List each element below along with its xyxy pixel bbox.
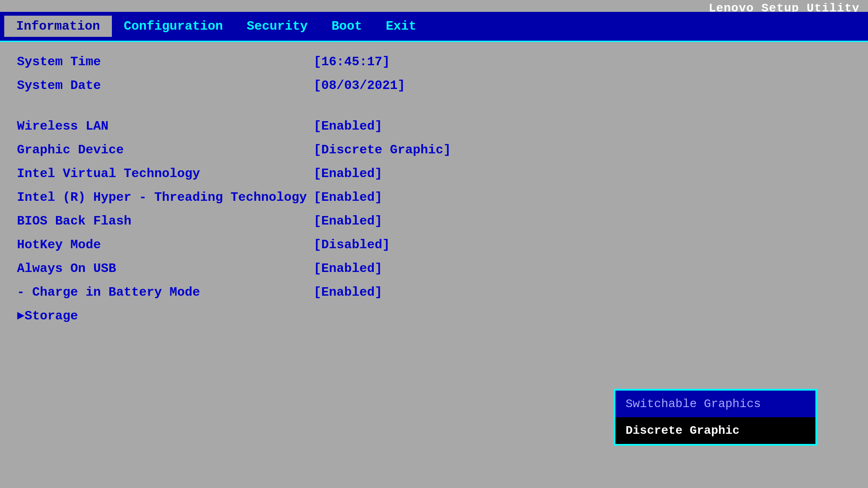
value-wireless-lan[interactable]: [Enabled] <box>314 119 382 133</box>
value-bios-back-flash[interactable]: [Enabled] <box>314 214 382 228</box>
label-hotkey-mode: HotKey Mode <box>17 238 314 252</box>
value-hotkey-mode[interactable]: [Disabled] <box>314 238 390 252</box>
spacer-1 <box>17 102 851 115</box>
setting-row-intel-vt: Intel Virtual Technology [Enabled] <box>17 166 851 186</box>
setting-row-always-on-usb: Always On USB [Enabled] <box>17 261 851 281</box>
setting-row-system-time: System Time [16:45:17] <box>17 55 851 74</box>
value-intel-ht[interactable]: [Enabled] <box>314 190 382 205</box>
setting-row-charge-battery: - Charge in Battery Mode [Enabled] <box>17 285 851 305</box>
nav-item-information[interactable]: Information <box>4 16 112 37</box>
nav-item-configuration[interactable]: Configuration <box>112 16 235 37</box>
setting-row-bios-back-flash: BIOS Back Flash [Enabled] <box>17 214 851 233</box>
settings-table: System Time [16:45:17] System Date [08/0… <box>17 55 851 328</box>
setting-row-system-date: System Date [08/03/2021] <box>17 78 851 98</box>
label-bios-back-flash: BIOS Back Flash <box>17 214 314 228</box>
label-system-time: System Time <box>17 55 314 69</box>
label-graphic-device: Graphic Device <box>17 143 314 157</box>
value-intel-vt[interactable]: [Enabled] <box>314 166 382 181</box>
nav-bar: Information Configuration Security Boot … <box>0 12 868 41</box>
nav-item-security[interactable]: Security <box>235 16 320 37</box>
setting-row-intel-ht: Intel (R) Hyper - Threading Technology [… <box>17 190 851 210</box>
value-graphic-device[interactable]: [Discrete Graphic] <box>314 143 451 157</box>
label-intel-vt: Intel Virtual Technology <box>17 166 314 181</box>
setting-row-hotkey-mode: HotKey Mode [Disabled] <box>17 238 851 257</box>
dropdown-option-discrete-graphic[interactable]: Discrete Graphic <box>615 417 815 444</box>
label-always-on-usb: Always On USB <box>17 261 314 276</box>
nav-item-exit[interactable]: Exit <box>374 16 428 37</box>
dropdown-option-switchable-graphics[interactable]: Switchable Graphics <box>615 391 815 417</box>
nav-item-boot[interactable]: Boot <box>320 16 374 37</box>
setting-row-storage[interactable]: ►Storage <box>17 309 851 328</box>
label-intel-ht: Intel (R) Hyper - Threading Technology <box>17 190 314 205</box>
value-system-date[interactable]: [08/03/2021] <box>314 78 405 93</box>
setting-row-wireless-lan: Wireless LAN [Enabled] <box>17 119 851 139</box>
label-wireless-lan: Wireless LAN <box>17 119 314 133</box>
label-charge-battery: - Charge in Battery Mode <box>17 285 314 299</box>
graphic-device-dropdown[interactable]: Switchable Graphics Discrete Graphic <box>614 389 817 446</box>
value-system-time[interactable]: [16:45:17] <box>314 55 390 69</box>
value-charge-battery[interactable]: [Enabled] <box>314 285 382 299</box>
value-always-on-usb[interactable]: [Enabled] <box>314 261 382 276</box>
label-storage[interactable]: ►Storage <box>17 309 314 323</box>
label-system-date: System Date <box>17 78 314 93</box>
setting-row-graphic-device: Graphic Device [Discrete Graphic] <box>17 143 851 162</box>
